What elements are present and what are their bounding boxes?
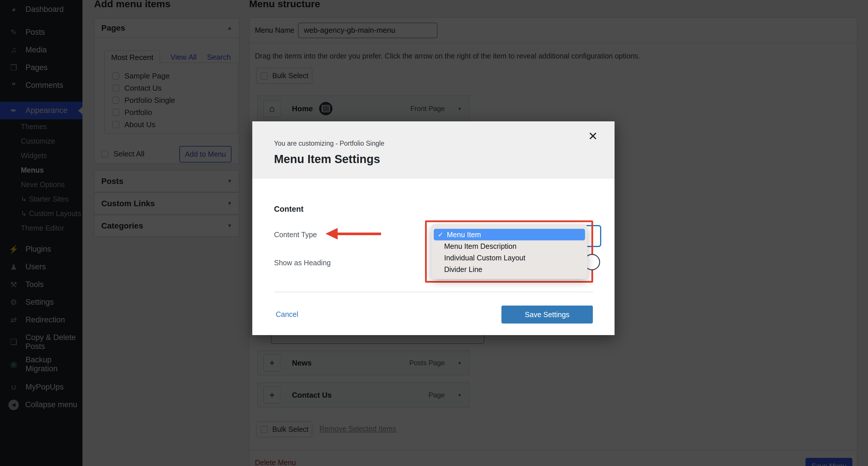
close-icon[interactable]: ✕ bbox=[588, 129, 598, 143]
content-type-label: Content Type bbox=[274, 231, 317, 239]
dropdown-option-menu-item-description[interactable]: Menu Item Description bbox=[431, 240, 587, 252]
red-annotation-arrow-line bbox=[337, 233, 381, 235]
dropdown-option-label: Menu Item bbox=[447, 231, 481, 239]
modal-title: Menu Item Settings bbox=[274, 153, 380, 166]
save-settings-button[interactable]: Save Settings bbox=[501, 305, 593, 323]
dropdown-option-individual-custom-layout[interactable]: Individual Custom Layout bbox=[431, 252, 587, 264]
red-annotation-arrow-icon bbox=[326, 228, 338, 239]
dropdown-option-menu-item[interactable]: ✓ Menu Item bbox=[434, 229, 585, 240]
menu-item-settings-modal: You are customizing - Portfolio Single M… bbox=[252, 121, 615, 335]
modal-context-text: You are customizing - Portfolio Single bbox=[274, 140, 384, 147]
content-type-dropdown: ✓ Menu Item Menu Item Description Indivi… bbox=[431, 224, 587, 279]
check-icon: ✓ bbox=[438, 231, 443, 239]
wordpress-admin-page: ◕ Dashboard ✎ Posts ♫ Media ❐ Pages ❝ Co… bbox=[0, 0, 868, 466]
cancel-button[interactable]: Cancel bbox=[276, 310, 298, 319]
content-section-heading: Content bbox=[274, 205, 304, 214]
show-as-heading-label: Show as Heading bbox=[274, 259, 331, 267]
modal-divider bbox=[274, 292, 593, 292]
dropdown-option-divider-line[interactable]: Divider Line bbox=[431, 264, 587, 275]
modal-header: You are customizing - Portfolio Single M… bbox=[252, 121, 615, 179]
